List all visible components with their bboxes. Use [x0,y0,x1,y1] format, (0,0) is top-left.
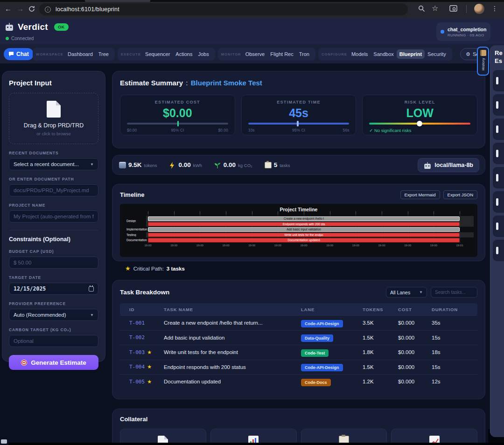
nav-item-sandbox[interactable]: Sandbox [371,49,396,59]
task-lane: Data-Quality [299,333,361,342]
task-name: Add basic input validation [162,335,299,341]
export-json-button[interactable]: Export JSON [443,190,477,199]
job-status-card[interactable]: chat_completion RUNNING · 0S AGO [436,22,490,41]
gantt-tick-label: 19:00 [274,244,281,247]
model-chip[interactable]: local/llama-8b [418,158,479,172]
drawer-item[interactable] [493,191,504,213]
task-tokens: 1.5K [361,335,396,341]
confidence-slider[interactable] [369,123,470,125]
column-header: LANE [299,307,361,312]
task-tokens: 1.5K [361,364,396,370]
job-name: chat_completion [448,27,486,32]
drawer-item[interactable] [493,70,504,91]
nav-group: WORKSPACEDashboardTree [33,48,115,61]
critical-star-icon: ★ [147,349,152,355]
window-bottom-edge [8,443,504,445]
document-path-input[interactable] [9,184,98,196]
recent-documents-select[interactable]: Select a recent document...▼ [9,158,98,170]
recent-estimates-drawer[interactable]: ReEs [490,45,504,437]
stats-bar: 9.5Ktokens0.00kWh0.00kg CO₂5tasks local/… [112,155,485,175]
task-search-input[interactable] [431,287,477,298]
generate-estimate-button[interactable]: Generate Estimate [9,355,98,370]
confidence-slider[interactable] [127,123,228,125]
bookmark-star-icon[interactable]: ☆ [432,4,438,13]
gantt-tick [356,211,356,214]
drawer-item[interactable] [493,216,504,237]
chevron-down-icon: ▼ [90,313,94,317]
target-icon [21,360,27,366]
connected-dot-icon [6,37,9,40]
lane-chip: Code-API-Design [301,364,343,371]
task-table-header: IDTASK NAMELANETOKENSCOSTDURATION [120,303,477,315]
nav-item-security[interactable]: Security [425,49,449,59]
lane-chip: Code-Test [301,349,329,357]
task-row[interactable]: T-004★Endpoint responds with 200 statusC… [120,360,477,375]
carbon-target-input[interactable] [9,335,98,347]
history-button[interactable]: History [477,47,489,76]
slider-labels: 33s95% CI56s [248,128,350,132]
nav-item-actions[interactable]: Actions [173,49,195,59]
tasks-icon [265,162,272,168]
task-row[interactable]: T-001Create a new endpoint /hello that r… [120,315,477,330]
menu-dots-icon[interactable]: ⋮ [491,4,498,13]
project-name-input[interactable] [9,210,98,222]
export-mermaid-button[interactable]: Export Mermaid [400,190,440,199]
budget-cap-input[interactable] [9,257,98,269]
summary-cards: ESTIMATED COST$0.00$0.0095% CI$0.00ESTIM… [120,95,477,135]
drawer-item-bar [496,101,498,109]
gantt-tick [330,211,330,214]
stat-items: 9.5Ktokens0.00kWh0.00kg CO₂5tasks [119,161,302,168]
column-header: DURATION [430,307,472,312]
browser-tab[interactable] [85,0,150,2]
toolbar-separator [466,5,467,13]
gantt-tick [434,211,434,214]
nav-item-dashboard[interactable]: Dashboard [65,49,96,59]
summary-card-label: ESTIMATED TIME [248,100,350,104]
back-icon[interactable]: ← [5,5,12,13]
nav-item-blueprint[interactable]: Blueprint [397,49,425,59]
provider-preference-select[interactable]: Auto (Recommended)▼ [9,309,98,321]
reload-icon[interactable] [28,6,35,12]
address-bar[interactable]: i localhost:6101/blueprint [39,3,408,15]
gantt-tick [226,211,226,214]
nav-item-tron[interactable]: Tron [296,49,312,59]
nav-item-sequencer[interactable]: Sequencer [142,49,173,59]
task-row[interactable]: T-003★Write unit tests for the endpointC… [120,345,477,360]
chat-button[interactable]: Chat [4,48,34,60]
confidence-slider[interactable] [248,123,350,125]
task-row[interactable]: T-005★Documentation updatedCode-Docs1.2K… [120,374,477,389]
drawer-item[interactable] [493,94,504,116]
main-nav: Chat WORKSPACEDashboardTreeEXECUTESequen… [0,44,504,64]
drawer-item[interactable] [493,240,504,261]
calendar-icon[interactable] [89,286,94,292]
nav-item-tree[interactable]: Tree [96,49,112,59]
site-info-icon[interactable]: i [45,7,51,13]
nav-item-models[interactable]: Models [349,49,371,59]
drawer-item[interactable] [493,143,504,164]
task-row[interactable]: T-002Add basic input validationData-Qual… [120,330,477,345]
search-icon[interactable] [418,5,425,12]
task-lane: Code-Test [299,348,361,357]
tab-search-icon[interactable] [449,5,457,12]
column-header: TOKENS [361,307,396,312]
gantt-bar: Documentation updated [148,238,460,243]
lane-filter-select[interactable]: All Lanes▼ [386,287,427,298]
nav-item-flight-rec[interactable]: Flight Rec [267,49,296,59]
drawer-item[interactable] [493,167,504,188]
gantt-tick-label: 19:00 [378,244,385,247]
file-dropzone[interactable]: Drag & Drop PRD/TRD or click to browse [9,93,98,144]
chevron-down-icon: ▼ [90,162,94,167]
drawer-item-bar [496,150,498,157]
app-header: Verdict OK Connected chat_completion RUN… [0,18,504,44]
nav-item-observe[interactable]: Observe [243,49,268,59]
forward-icon[interactable]: → [17,5,24,13]
task-name: Create a new endpoint /hello that return… [162,320,299,326]
nav-item-jobs[interactable]: Jobs [195,49,211,59]
drawer-item[interactable] [493,118,504,140]
avatar[interactable] [474,4,484,14]
target-date-label: TARGET DATE [9,275,98,280]
target-date-input[interactable]: 12/15/2025 [9,283,98,295]
task-duration: 12s [430,379,472,384]
gantt-tick [408,211,408,214]
stat-item: 0.00kWh [169,161,202,168]
